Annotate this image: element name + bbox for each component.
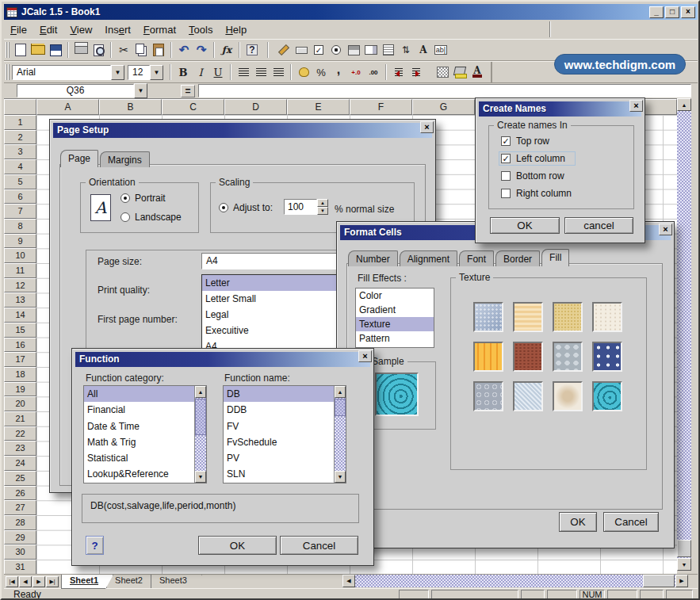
row-header[interactable]: 10 bbox=[4, 248, 36, 263]
cancel-button[interactable]: Cancel bbox=[603, 512, 659, 532]
scroll-down-icon[interactable]: ▼ bbox=[335, 471, 346, 483]
texture-stucco-blue[interactable] bbox=[473, 302, 503, 332]
create-names-option[interactable]: Left column bbox=[499, 151, 576, 166]
checkbox[interactable] bbox=[501, 189, 511, 198]
minimize-button[interactable]: _ bbox=[649, 6, 664, 18]
vertical-scroll-thumb[interactable] bbox=[677, 540, 691, 557]
next-sheet-button[interactable]: ▶ bbox=[33, 576, 45, 587]
vertical-scrollbar[interactable]: ▲ ▼ bbox=[677, 98, 691, 571]
function-category-option[interactable]: Date & Time bbox=[84, 418, 194, 434]
create-names-option[interactable]: Top row bbox=[499, 134, 576, 148]
spinner-control-icon[interactable]: ⇅ bbox=[397, 41, 415, 59]
column-header[interactable]: A bbox=[36, 99, 99, 115]
dialog-titlebar[interactable]: Page Setup bbox=[53, 123, 432, 138]
cell-reference-box[interactable]: Q36 bbox=[17, 84, 134, 97]
list-scrollbar[interactable]: ▲ ▼ bbox=[334, 386, 346, 483]
decrease-decimal-icon[interactable]: .00 bbox=[365, 63, 382, 81]
fill-effect-option[interactable]: Gradient bbox=[356, 303, 434, 317]
sheet-tab[interactable]: Sheet2 bbox=[106, 575, 158, 589]
help-button[interactable]: ? bbox=[86, 536, 104, 555]
menu-item[interactable]: Insert bbox=[98, 21, 137, 38]
row-header[interactable]: 24 bbox=[4, 456, 36, 471]
row-header[interactable]: 1 bbox=[4, 115, 36, 130]
row-header[interactable]: 20 bbox=[4, 396, 36, 411]
row-header[interactable]: 18 bbox=[4, 367, 36, 382]
function-name-option[interactable]: FV bbox=[224, 418, 334, 434]
textfield-control-icon[interactable]: ab| bbox=[432, 41, 449, 59]
orientation-option[interactable]: Portrait bbox=[120, 193, 166, 204]
horizontal-scroll-thumb[interactable] bbox=[643, 575, 675, 587]
column-header[interactable]: C bbox=[162, 99, 224, 115]
checkbox-control-icon[interactable]: ✓ bbox=[310, 41, 327, 59]
format-cells-tab[interactable]: Font bbox=[459, 250, 494, 266]
percent-icon[interactable]: % bbox=[312, 63, 330, 81]
row-header[interactable]: 9 bbox=[4, 234, 36, 249]
row-header[interactable]: 19 bbox=[4, 382, 36, 397]
chevron-down-icon[interactable]: ▼ bbox=[111, 65, 124, 80]
cancel-button[interactable]: Cancel bbox=[280, 536, 358, 555]
radio-control-icon[interactable] bbox=[327, 41, 345, 59]
texture-rings-gray[interactable] bbox=[473, 381, 503, 411]
menu-item[interactable]: Format bbox=[137, 21, 182, 38]
paste-icon[interactable] bbox=[150, 41, 167, 59]
last-sheet-button[interactable]: ▶| bbox=[46, 576, 59, 587]
dialog-titlebar[interactable]: Create Names bbox=[479, 101, 641, 117]
row-header[interactable]: 13 bbox=[4, 292, 36, 308]
texture-sand-tan[interactable] bbox=[553, 302, 583, 332]
bold-icon[interactable]: B bbox=[174, 63, 192, 81]
row-header[interactable]: 4 bbox=[4, 159, 36, 174]
sheet-tab[interactable]: Sheet3 bbox=[151, 575, 202, 589]
fill-effect-option[interactable]: Pattern bbox=[356, 331, 434, 346]
row-header[interactable]: 11 bbox=[4, 263, 36, 278]
menu-item[interactable]: View bbox=[63, 21, 98, 38]
underline-icon[interactable]: U bbox=[209, 63, 227, 81]
sheet-tab[interactable]: Sheet1 bbox=[61, 575, 113, 589]
row-header[interactable]: 31 bbox=[4, 560, 36, 574]
row-header[interactable]: 23 bbox=[4, 441, 36, 456]
scroll-thumb[interactable] bbox=[335, 399, 346, 416]
print-preview-icon[interactable] bbox=[90, 41, 107, 59]
function-category-option[interactable]: Math & Trig bbox=[84, 434, 194, 450]
formula-input[interactable] bbox=[198, 84, 691, 97]
row-header[interactable]: 29 bbox=[4, 530, 36, 545]
radio-icon[interactable] bbox=[120, 193, 130, 203]
texture-droplets-navy[interactable] bbox=[592, 342, 622, 372]
texture-wood-orange[interactable] bbox=[473, 342, 503, 372]
open-icon[interactable] bbox=[29, 41, 47, 59]
dialog-titlebar[interactable]: Function bbox=[75, 352, 370, 367]
radio-icon[interactable] bbox=[219, 203, 228, 212]
horizontal-scrollbar[interactable]: ◀ ▶ bbox=[342, 575, 688, 587]
function-name-option[interactable]: FvSchedule bbox=[224, 434, 334, 450]
function-category-option[interactable]: Statistical bbox=[84, 450, 194, 466]
checkbox[interactable] bbox=[501, 171, 511, 181]
format-cells-tab[interactable]: Alignment bbox=[400, 250, 457, 266]
combobox-control-icon[interactable] bbox=[362, 41, 380, 59]
scroll-up-icon[interactable]: ▲ bbox=[335, 386, 346, 398]
scroll-up-icon[interactable]: ▲ bbox=[677, 98, 691, 111]
column-header[interactable]: F bbox=[350, 99, 412, 115]
row-header[interactable]: 30 bbox=[4, 545, 36, 560]
menu-item[interactable]: Tools bbox=[182, 21, 219, 38]
scroll-right-icon[interactable]: ▶ bbox=[675, 575, 688, 587]
texture-swirl-teal[interactable] bbox=[592, 381, 622, 411]
listbox-control-icon[interactable] bbox=[380, 41, 397, 59]
currency-icon[interactable] bbox=[295, 63, 312, 81]
comma-icon[interactable]: , bbox=[330, 63, 347, 81]
ok-button[interactable]: OK bbox=[490, 217, 560, 234]
pattern-icon[interactable] bbox=[434, 63, 451, 81]
close-icon[interactable]: × bbox=[358, 350, 372, 362]
page-setup-tab[interactable]: Page bbox=[60, 150, 98, 167]
button-control-icon[interactable] bbox=[293, 41, 310, 59]
decrease-indent-icon[interactable] bbox=[390, 63, 407, 81]
checkbox[interactable] bbox=[501, 154, 511, 163]
align-center-icon[interactable] bbox=[252, 63, 270, 81]
chevron-down-icon[interactable]: ▼ bbox=[134, 83, 147, 98]
prev-sheet-button[interactable]: ◀ bbox=[19, 576, 32, 587]
select-all-corner[interactable] bbox=[4, 99, 36, 115]
first-sheet-button[interactable]: |◀ bbox=[6, 576, 18, 587]
insert-function-icon[interactable]: ƒx bbox=[218, 41, 235, 59]
row-header[interactable]: 17 bbox=[4, 352, 36, 367]
row-header[interactable]: 5 bbox=[4, 174, 36, 189]
align-right-icon[interactable] bbox=[270, 63, 287, 81]
list-scrollbar[interactable]: ▲ ▼ bbox=[194, 386, 206, 483]
